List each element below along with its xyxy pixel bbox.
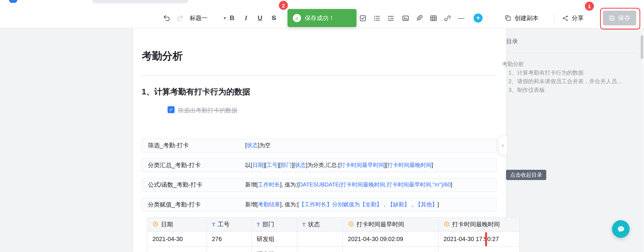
step-row-classify-assign[interactable]: 分类赋值_考勤-打卡 新增[考勤结果], 值为:[【工作时长】分别赋值为【全勤】… (142, 198, 497, 212)
text-field-icon: T (302, 222, 306, 228)
toast-message: 保存成功！ (305, 14, 334, 22)
strikethrough-icon[interactable]: S (268, 12, 280, 24)
column-header: 打卡时间最早时间 (343, 218, 438, 232)
document-title: 考勤分析 (142, 49, 183, 63)
horizontal-rule-icon[interactable]: — (456, 12, 467, 24)
annotation-badge-2: 2 (279, 1, 288, 10)
chevron-down-icon: ▾ (224, 15, 226, 21)
create-copy-button[interactable]: 创建副本 (504, 12, 538, 24)
heading-style-select[interactable]: 标题一 ▾ (190, 12, 226, 24)
app-root: 标题一 ▾ B I U S — + (0, 0, 644, 252)
image-icon[interactable] (400, 12, 411, 24)
insert-plus-icon[interactable]: + (472, 12, 484, 24)
column-header: T部门 (252, 218, 297, 232)
attachment-icon[interactable] (414, 12, 425, 24)
table-header-row: 日期T工号T部门T状态打卡时间最早时间打卡时间最晚时间 (147, 218, 520, 232)
save-success-toast: ✓ 保存成功！ (288, 9, 356, 27)
step-label: 公式/函数_考勤-打卡 (148, 181, 202, 189)
clock-icon (444, 221, 450, 227)
toc-item[interactable]: 1、计算考勤有打卡行为的数据 (502, 69, 639, 77)
annotation-badge-1: 1 (585, 2, 594, 11)
column-header: T状态 (297, 218, 343, 232)
column-header: 打卡时间最晚时间 (438, 218, 520, 232)
step-content: [状态]为空 (245, 142, 270, 149)
section-heading: 1、计算考勤有打卡行为的数据 (142, 86, 250, 97)
table-cell: 2021-04-30 09:02:09 (343, 247, 438, 252)
table-cell: 276 (207, 232, 252, 247)
chat-bubble-icon (616, 225, 625, 234)
save-icon (609, 15, 615, 21)
chevron-right-icon: › (502, 141, 504, 149)
check-icon: ✓ (169, 107, 173, 113)
todo-label: 筛选出考勤打卡的数据 (178, 107, 238, 114)
column-header: 日期 (147, 218, 207, 232)
checklist-icon[interactable] (357, 12, 368, 24)
step-row-filter[interactable]: 筛选_考勤-打卡 [状态]为空 (142, 139, 497, 153)
save-button[interactable]: 保存 (603, 11, 636, 25)
scrollbar-track (640, 28, 644, 252)
step-content: 新增[考勤结果], 值为:[【工作时长】分别赋值为【全勤】，【缺勤】，【其他】] (245, 201, 439, 208)
redo-icon[interactable] (174, 12, 186, 24)
table-cell: 2021-04-30 (147, 247, 207, 252)
table-icon[interactable] (428, 12, 439, 24)
step-row-group-summary[interactable]: 分类汇总_考勤-打卡 以[日期][工号][部门][状态]为分类,汇总:[打卡时间… (142, 158, 497, 172)
column-header: T工号 (207, 218, 252, 232)
table-cell: 2021-04-30 (147, 232, 207, 247)
step-label: 分类汇总_考勤-打卡 (148, 161, 201, 169)
customer-service-button[interactable] (612, 220, 630, 238)
bold-icon[interactable]: B (226, 12, 238, 24)
text-field-icon: T (256, 222, 260, 228)
table-scrollbar-thumb[interactable] (485, 232, 487, 247)
link-icon[interactable] (442, 12, 453, 24)
table-cell: 研发组 (252, 247, 297, 252)
share-button[interactable]: 分享 (562, 12, 584, 24)
toc-title: 目录 (506, 38, 518, 45)
todo-checkbox[interactable]: ✓ (168, 106, 175, 113)
browser-tab-remnant (92, 0, 188, 3)
toc-item[interactable]: 考勤分析 (502, 60, 639, 69)
table-cell (297, 247, 343, 252)
heading-style-label: 标题一 (190, 14, 208, 22)
step-content: 以[日期][工号][部门][状态]为分类,汇总:[打卡时间最早时间][打卡时间最… (245, 161, 433, 169)
toc-item[interactable]: 2、请假的和未请假员工合并表，并合并人员... (502, 77, 639, 86)
attendance-table: 日期T工号T部门T状态打卡时间最早时间打卡时间最晚时间2021-04-30276… (147, 217, 520, 252)
toc-item[interactable]: 3、制作仪表板 (502, 86, 639, 94)
scrollbar-thumb[interactable] (641, 35, 643, 59)
table-cell: 2021-04-30 17:50:27 (438, 247, 520, 252)
text-field-icon: T (212, 222, 215, 228)
clock-icon (152, 221, 158, 227)
table-row: 2021-04-30276研发组2021-04-30 09:02:092021-… (147, 232, 520, 247)
table-cell (297, 232, 343, 247)
italic-icon[interactable]: I (240, 12, 252, 24)
copy-icon (504, 14, 512, 22)
toc-tooltip: 点击收起目录 (506, 170, 546, 180)
table-cell: 2021-04-30 17:50:27 (438, 232, 520, 247)
divider-line (142, 76, 497, 76)
clock-icon (348, 221, 354, 227)
share-label: 分享 (572, 14, 584, 22)
table-cell: 2021-04-30 09:02:09 (343, 232, 438, 247)
table-row: 2021-04-30276研发组2021-04-30 09:02:092021-… (147, 247, 520, 252)
share-icon (562, 14, 569, 21)
step-label: 分类赋值_考勤-打卡 (148, 201, 201, 208)
ordered-list-icon[interactable] (371, 12, 382, 24)
step-content: 新增[工作时长], 值为:[DATESUBDATE(打卡时间最晚时间,打卡时间最… (245, 181, 452, 189)
toc-divider (506, 53, 636, 53)
step-row-formula[interactable]: 公式/函数_考勤-打卡 新增[工作时长], 值为:[DATESUBDATE(打卡… (142, 178, 497, 192)
success-check-icon: ✓ (293, 14, 301, 22)
browser-logo-sliver (9, 0, 17, 3)
collapse-toc-button[interactable]: › (498, 136, 507, 155)
editor-toolbar: 标题一 ▾ B I U S — + (0, 0, 644, 28)
undo-icon[interactable] (161, 12, 172, 24)
toc-list: 考勤分析1、计算考勤有打卡行为的数据2、请假的和未请假员工合并表，并合并人员..… (502, 60, 639, 94)
table-cell: 276 (207, 247, 252, 252)
toolbar-separator (554, 13, 555, 22)
indent-icon[interactable] (385, 12, 396, 24)
save-label: 保存 (618, 14, 630, 22)
table-cell: 研发组 (252, 232, 297, 247)
create-copy-label: 创建副本 (515, 14, 538, 22)
step-label: 筛选_考勤-打卡 (148, 142, 189, 149)
underline-icon[interactable]: U (254, 12, 266, 24)
